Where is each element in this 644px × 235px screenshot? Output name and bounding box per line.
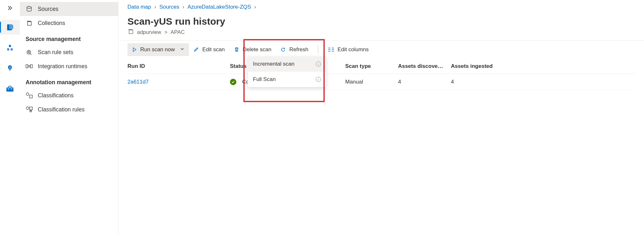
svg-point-18 <box>30 110 32 112</box>
cell-assets-ingested: 4 <box>451 79 502 85</box>
scan-history-table: Run ID Status i Run type Scan type Asset… <box>118 59 644 90</box>
nav-section-annotation-management: Annotation management <box>20 73 118 88</box>
nav-label: Classifications <box>38 92 74 99</box>
play-icon <box>132 47 137 52</box>
columns-icon <box>328 47 334 52</box>
rail-item-insights[interactable] <box>0 61 20 76</box>
svg-point-14 <box>26 93 29 95</box>
svg-point-16 <box>26 107 29 109</box>
classifications-icon <box>26 92 33 99</box>
page-title: Scan-yUS run history <box>118 10 644 28</box>
svg-point-2 <box>11 48 13 51</box>
breadcrumb-link-source[interactable]: AzureDataLakeStore-ZQS <box>187 4 251 10</box>
delete-scan-button[interactable]: Delete scan <box>229 43 276 56</box>
run-scan-now-button[interactable]: Run scan now <box>127 43 189 56</box>
svg-rect-9 <box>28 22 31 25</box>
refresh-label: Refresh <box>289 46 308 53</box>
dropdown-item-incremental[interactable]: Incremental scan i <box>248 56 326 72</box>
toolbar: Run scan now Edit scan Delete scan <box>118 41 644 59</box>
nav-item-sources[interactable]: Sources <box>20 2 118 16</box>
nav-label: Integration runtimes <box>38 63 87 70</box>
info-icon[interactable]: i <box>316 61 321 67</box>
chevron-right-icon: › <box>254 4 256 10</box>
scan-rule-icon <box>26 49 33 56</box>
runid-link[interactable]: 2a611d7 <box>127 79 149 85</box>
chevron-right-icon: › <box>154 4 156 10</box>
delete-scan-label: Delete scan <box>243 46 272 53</box>
refresh-button[interactable]: Refresh <box>276 43 313 56</box>
cell-assets-discovered: 4 <box>398 79 451 85</box>
run-scan-label: Run scan now <box>140 46 175 53</box>
svg-rect-13 <box>30 65 32 68</box>
nav-item-collections[interactable]: Collections <box>20 16 118 30</box>
breadcrumb: Data map › Sources › AzureDataLakeStore-… <box>118 0 644 10</box>
run-scan-dropdown: Incremental scan i Full Scan i <box>248 56 326 87</box>
svg-point-1 <box>7 48 9 51</box>
nav-item-classifications[interactable]: Classifications <box>20 88 118 102</box>
edit-scan-button[interactable]: Edit scan <box>189 43 229 56</box>
dropdown-item-full[interactable]: Full Scan i <box>248 72 326 87</box>
svg-rect-17 <box>29 107 32 110</box>
breadcrumb-link-sources[interactable]: Sources <box>159 4 179 10</box>
lightbulb-icon <box>6 64 14 72</box>
workflow-icon <box>6 44 14 52</box>
svg-rect-19 <box>129 30 133 34</box>
rail-item-management[interactable] <box>0 81 20 96</box>
rail-item-workflows[interactable] <box>0 40 20 55</box>
column-header-runid[interactable]: Run ID <box>127 63 230 69</box>
nav-label: Scan rule sets <box>38 49 73 56</box>
nav-section-source-management: Source management <box>20 30 118 45</box>
svg-rect-6 <box>8 89 9 90</box>
chevron-right-icon: › <box>183 4 184 10</box>
svg-point-0 <box>9 24 13 27</box>
collection-root: adpurview <box>137 29 161 35</box>
info-icon[interactable]: i <box>316 77 321 82</box>
column-header-assets-discovered[interactable]: Assets discove… <box>398 63 451 69</box>
dropdown-label: Full Scan <box>253 76 276 83</box>
svg-rect-5 <box>6 87 13 89</box>
rail-item-datamap[interactable] <box>0 20 20 35</box>
success-check-icon <box>230 79 236 85</box>
column-header-assets-ingested[interactable]: Assets ingested <box>451 63 502 69</box>
svg-point-11 <box>28 52 30 53</box>
edit-columns-button[interactable]: Edit columns <box>323 43 373 56</box>
rail-collapse-toggle[interactable] <box>0 2 20 14</box>
nav-label: Collections <box>38 20 65 27</box>
toolbox-icon <box>6 85 14 93</box>
collections-path-icon <box>127 28 134 36</box>
nav-item-integration-runtimes[interactable]: Integration runtimes <box>20 59 118 73</box>
collections-icon <box>26 20 33 27</box>
trash-icon <box>234 47 240 53</box>
collection-path: adpurview > APAC <box>118 28 644 40</box>
breadcrumb-link-datamap[interactable]: Data map <box>127 4 151 10</box>
svg-point-8 <box>27 6 31 8</box>
database-outline-icon <box>26 5 33 12</box>
database-icon <box>6 23 14 31</box>
dropdown-label: Incremental scan <box>253 61 294 67</box>
integration-runtime-icon <box>26 63 33 70</box>
pencil-icon <box>193 47 199 53</box>
chevron-double-right-icon <box>7 5 13 11</box>
nav-item-classification-rules[interactable]: Classification rules <box>20 102 118 117</box>
path-separator: > <box>164 29 167 35</box>
chevron-down-icon <box>180 46 184 53</box>
cell-runid: 2a611d7 <box>127 79 230 85</box>
table-row[interactable]: 2a611d7 Completed Full scan Manual 4 4 <box>127 74 635 90</box>
nav-label: Sources <box>38 6 58 12</box>
icon-rail <box>0 0 20 235</box>
side-nav: Sources Collections Source management Sc… <box>20 0 118 235</box>
nav-item-scan-rule-sets[interactable]: Scan rule sets <box>20 45 118 59</box>
classification-rules-icon <box>26 106 33 113</box>
svg-rect-7 <box>11 89 12 90</box>
nav-label: Classification rules <box>38 106 85 113</box>
svg-rect-12 <box>26 65 28 68</box>
refresh-icon <box>280 47 286 53</box>
svg-rect-15 <box>29 95 32 98</box>
column-header-scantype[interactable]: Scan type <box>345 63 398 69</box>
main-content: Data map › Sources › AzureDataLakeStore-… <box>118 0 644 235</box>
svg-point-10 <box>27 50 31 54</box>
edit-columns-label: Edit columns <box>338 46 369 53</box>
collection-leaf: APAC <box>171 29 185 35</box>
cell-scantype: Manual <box>345 79 398 85</box>
toolbar-separator <box>318 45 318 54</box>
